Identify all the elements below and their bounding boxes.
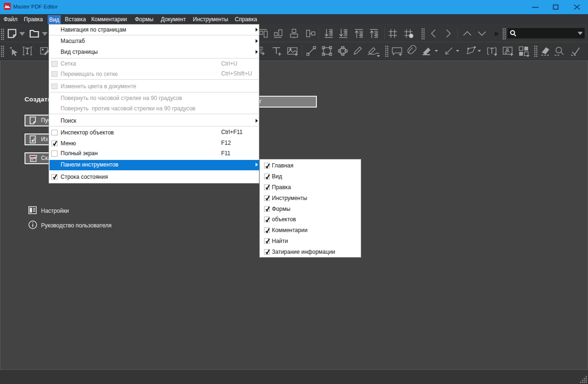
- svg-text:»: »: [494, 29, 498, 37]
